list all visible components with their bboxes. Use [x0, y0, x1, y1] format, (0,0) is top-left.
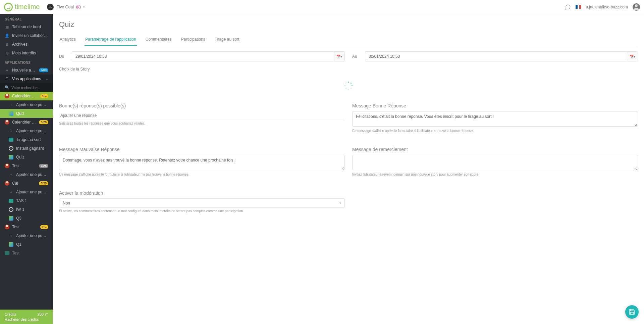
- tab-draw[interactable]: Tirage au sort: [214, 34, 240, 46]
- brand-text: timelime: [15, 3, 40, 11]
- add-answer-input[interactable]: [59, 111, 345, 120]
- main-content: Quiz Analytics Paramétrage de l'applicat…: [53, 14, 644, 324]
- sidebar-app-test1[interactable]: Test0/25: [0, 161, 53, 170]
- instagram-icon: [76, 5, 80, 9]
- sidebar-item-q1[interactable]: Q1: [0, 240, 53, 249]
- brand-logo[interactable]: timelime: [4, 3, 40, 11]
- date-to-picker-button[interactable]: 📅▾: [627, 52, 638, 61]
- thank-msg-title: Message de remerciement: [352, 147, 638, 152]
- story-label: Choix de la Story: [59, 67, 638, 72]
- user-email: u.jaulent@so-buzz.com: [586, 5, 628, 9]
- tab-analytics[interactable]: Analytics: [59, 34, 76, 46]
- sidebar-app-test3[interactable]: Test: [0, 249, 53, 258]
- date-from-label: Du: [59, 54, 68, 59]
- bad-msg-textarea[interactable]: [59, 155, 345, 170]
- santa-icon: [5, 120, 9, 125]
- camera-icon: [9, 199, 13, 203]
- account-badge: -5-: [47, 4, 54, 10]
- sidebar-item-add-pub[interactable]: +Ajouter une publication: [0, 188, 53, 196]
- quiz-icon: [9, 216, 13, 221]
- quiz-icon: [9, 111, 13, 116]
- sidebar-section-general: GÉNÉRAL: [0, 14, 53, 22]
- moderation-help: Si activé, les commentaires contenant un…: [59, 209, 345, 213]
- sidebar-item-your-apps[interactable]: ☰Vos applications⌄: [0, 75, 53, 83]
- date-from-picker-button[interactable]: 📅▾: [334, 52, 344, 61]
- sidebar-app-test2[interactable]: Test1/∞: [0, 223, 53, 231]
- sidebar-item-instant[interactable]: Instant gagnant: [0, 144, 53, 153]
- account-name: Five Goal: [56, 5, 73, 9]
- sidebar-item-quiz[interactable]: Quiz: [0, 153, 53, 161]
- account-switcher[interactable]: -5- Five Goal ▾: [47, 4, 85, 10]
- chevron-down-icon: ⌄: [46, 77, 48, 81]
- moderation-select[interactable]: Non ▾: [59, 198, 345, 208]
- chevron-down-icon: ▾: [83, 5, 85, 9]
- sidebar-app-cal2[interactable]: Calendrier de l'A...3/25: [0, 118, 53, 127]
- good-msg-help: Ce message s'affiche après le formulaire…: [352, 129, 638, 133]
- sidebar-footer: Crédits 280 🏷 Racheter des crédits: [0, 310, 53, 324]
- buy-credits-link[interactable]: Racheter des crédits: [5, 317, 39, 321]
- avatar-icon[interactable]: [633, 3, 640, 11]
- brand-icon: [4, 3, 13, 11]
- good-answers-title: Bonne(s) réponse(s) possible(s): [59, 103, 345, 108]
- credits-value: 280: [38, 312, 44, 316]
- santa-icon: [5, 181, 9, 186]
- date-to-input[interactable]: [365, 52, 627, 61]
- loading-spinner: [344, 82, 353, 90]
- date-to-label: Au: [352, 54, 362, 59]
- sidebar: GÉNÉRAL ▦Tableau de bord 👤Inviter un col…: [0, 14, 53, 324]
- thank-msg-textarea[interactable]: [352, 155, 638, 170]
- tabs: Analytics Paramétrage de l'application C…: [59, 34, 638, 46]
- sidebar-item-new-app[interactable]: +Nouvelle applicationnew: [0, 66, 53, 75]
- tab-settings[interactable]: Paramétrage de l'application: [85, 34, 137, 46]
- quiz-icon: [9, 242, 13, 247]
- badge-new: new: [39, 68, 48, 72]
- wheel-icon: [9, 207, 13, 212]
- sidebar-item-invite[interactable]: 👤Inviter un collaborateur: [0, 31, 53, 40]
- quiz-icon: [9, 155, 13, 159]
- wheel-icon: [9, 146, 13, 151]
- sidebar-item-add-pub[interactable]: +Ajouter une publication: [0, 231, 53, 240]
- sidebar-item-add-pub[interactable]: +Ajouter une publication: [0, 127, 53, 135]
- save-fab-button[interactable]: [625, 305, 639, 319]
- bad-msg-title: Message Mauvaise Réponse: [59, 147, 345, 152]
- sidebar-item-add-pub[interactable]: +Ajouter une publication: [0, 100, 53, 109]
- chat-icon[interactable]: [565, 4, 571, 10]
- sidebar-item-dashboard[interactable]: ▦Tableau de bord: [0, 22, 53, 31]
- tab-comments[interactable]: Commentaires: [145, 34, 172, 46]
- good-answers-help: Saisissez toutes les réponses que vous s…: [59, 122, 345, 125]
- sidebar-item-q3[interactable]: Q3: [0, 214, 53, 223]
- sidebar-app-cal1[interactable]: Calendrier de l'A...1/∞: [0, 92, 53, 100]
- credits-label: Crédits: [5, 312, 16, 316]
- bad-msg-help: Ce message s'affiche après le formulaire…: [59, 173, 345, 176]
- page-title: Quiz: [59, 20, 638, 29]
- thank-msg-help: Invitez l'utilisateur à revenir demain s…: [352, 173, 638, 176]
- santa-icon: [5, 94, 9, 98]
- sidebar-item-blocked-words[interactable]: ⊘Mots interdits: [0, 49, 53, 57]
- sidebar-item-quiz[interactable]: Quiz: [0, 109, 53, 118]
- camera-icon: [5, 251, 9, 255]
- sidebar-item-add-pub[interactable]: +Ajouter une publication: [0, 170, 53, 179]
- sidebar-item-archives[interactable]: 🗎Archives: [0, 40, 53, 49]
- sidebar-search[interactable]: 🔍Votre recherche...: [0, 83, 53, 92]
- chevron-down-icon: ▾: [339, 201, 341, 205]
- sidebar-item-tas1[interactable]: TAS 1: [0, 196, 53, 205]
- search-icon: 🔍: [5, 85, 9, 90]
- good-msg-textarea[interactable]: [352, 111, 638, 127]
- santa-icon: [5, 164, 9, 168]
- tab-participations[interactable]: Participations: [180, 34, 206, 46]
- topbar-right: u.jaulent@so-buzz.com: [565, 3, 640, 11]
- flag-fr-icon[interactable]: [576, 5, 581, 9]
- sidebar-item-iw1[interactable]: IW 1: [0, 205, 53, 214]
- santa-icon: [5, 225, 9, 229]
- topbar: timelime -5- Five Goal ▾ u.jaulent@so-bu…: [0, 0, 644, 14]
- sidebar-item-tirage[interactable]: Tirage au sort: [0, 135, 53, 144]
- sidebar-section-apps: APPLICATIONS: [0, 57, 53, 66]
- moderation-title: Activer la modération: [59, 190, 345, 196]
- good-msg-title: Message Bonne Réponse: [352, 103, 638, 108]
- date-from-input[interactable]: [72, 52, 334, 61]
- sidebar-app-cal[interactable]: Cal3/25: [0, 179, 53, 188]
- camera-icon: [9, 138, 13, 142]
